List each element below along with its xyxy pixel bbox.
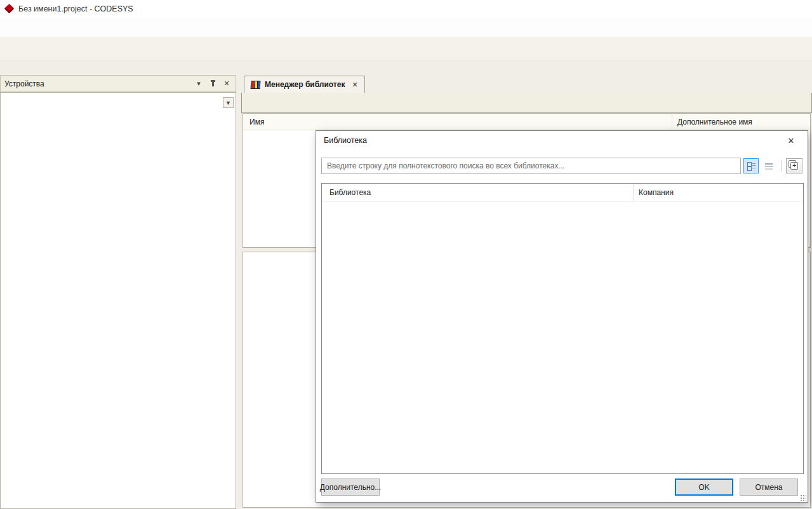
column-company[interactable]: Компания	[633, 184, 803, 201]
tree-filter-dropdown[interactable]: ▼	[223, 97, 234, 108]
tab-bar: Менеджер библиотек ✕	[241, 75, 812, 93]
devices-tree: ▼	[0, 92, 236, 509]
library-manager-toolbar	[241, 93, 812, 113]
main-toolbar	[0, 37, 812, 60]
chevron-down-icon[interactable]: ▾	[194, 79, 204, 89]
title-bar: Без имени1.project - CODESYS	[0, 0, 812, 18]
resize-grip[interactable]	[800, 494, 806, 501]
divider	[781, 160, 782, 172]
dialog-library-tree-panel: Библиотека Компания	[321, 183, 804, 474]
devices-panel-title: Устройства	[4, 79, 190, 88]
window-background-strip	[0, 60, 812, 75]
library-list-header: Имя Дополнительное имя	[243, 114, 810, 130]
search-input[interactable]	[321, 158, 741, 174]
flat-view-icon	[765, 163, 773, 170]
pin-icon[interactable]	[208, 79, 218, 89]
dialog-tree-header: Библиотека Компания	[322, 184, 803, 201]
dialog-title: Библиотека	[324, 136, 367, 145]
add-file-icon	[790, 162, 798, 170]
flat-view-button[interactable]	[761, 158, 776, 173]
category-view-button[interactable]	[743, 158, 759, 173]
category-view-icon	[747, 162, 755, 170]
close-icon[interactable]: ✕	[222, 79, 232, 89]
column-library[interactable]: Библиотека	[322, 188, 633, 197]
dialog-search-row	[321, 156, 802, 175]
tab-library-manager[interactable]: Менеджер библиотек ✕	[244, 76, 365, 93]
dialog-title-bar: Библиотека ✕	[316, 131, 808, 150]
cancel-button[interactable]: Отмена	[740, 478, 798, 496]
dialog-close-icon[interactable]: ✕	[782, 133, 800, 147]
window-title: Без имени1.project - CODESYS	[18, 4, 133, 13]
column-name[interactable]: Имя	[243, 118, 672, 126]
devices-panel-header: Устройства ▾ ✕	[0, 75, 236, 92]
codesys-logo-icon	[5, 4, 14, 13]
ok-button[interactable]: OK	[675, 478, 733, 496]
add-library-dialog: Библиотека ✕ Библиотека Компания Дополни…	[316, 130, 808, 503]
tab-close-icon[interactable]: ✕	[352, 81, 357, 89]
library-books-icon	[251, 81, 261, 89]
menu-bar	[0, 18, 812, 37]
devices-panel: Устройства ▾ ✕ ▼	[0, 75, 236, 509]
advanced-button[interactable]: Дополнительно...	[321, 478, 380, 496]
add-library-file-button[interactable]	[786, 158, 802, 173]
tab-label: Менеджер библиотек	[265, 80, 345, 89]
column-extra-name[interactable]: Дополнительное имя	[672, 114, 810, 130]
